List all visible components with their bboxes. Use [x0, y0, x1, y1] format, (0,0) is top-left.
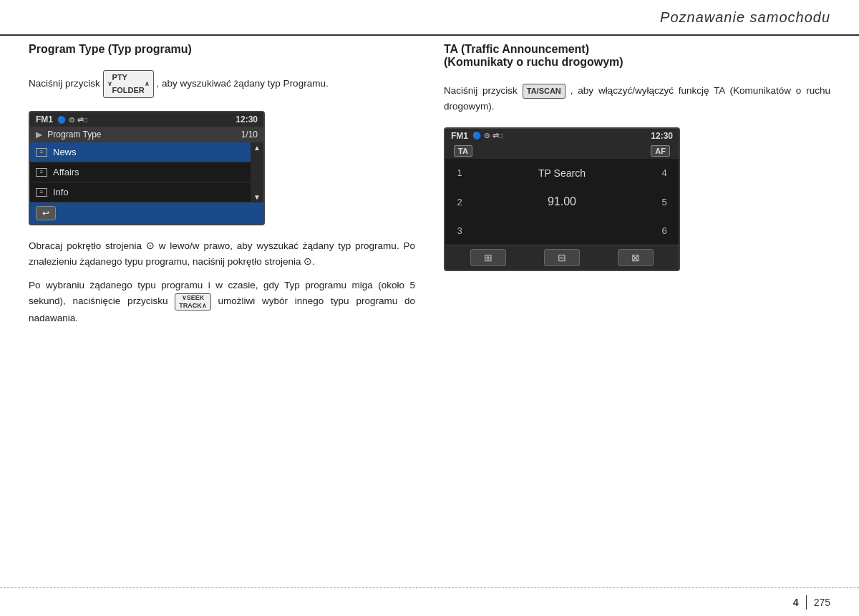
footer: 4 275	[0, 587, 859, 616]
left-section-title: Program Type (Typ programu)	[29, 43, 415, 56]
footer-page-number: 4 275	[793, 595, 830, 610]
screen-menu-title-bar: ▶ Program Type 1/10	[30, 127, 263, 142]
item-icon-news: ≡	[36, 148, 47, 157]
right-section-title: TA (Traffic Announcement) (Komunikaty o …	[444, 43, 830, 69]
screen-fm-right: FM1	[451, 131, 468, 141]
back-button[interactable]: ↩	[36, 206, 56, 220]
scroll-down-arrow[interactable]: ▼	[253, 193, 261, 201]
screen-menu-title: ▶ Program Type	[36, 129, 102, 140]
screen-fm-label: FM1	[36, 114, 53, 124]
screen-status-icons: 🔵 ⊙ ⇌□	[57, 116, 87, 124]
screen-back-bar: ↩	[30, 202, 263, 224]
ta-screen: FM1 🔵 ⊙ ⇌□ 12:30 TA AF 1	[444, 127, 680, 271]
screen-items-list: ≡ News ≡ Affairs ≡ Info	[30, 142, 263, 202]
screen-menu-count: 1/10	[241, 129, 258, 140]
screen-item-info[interactable]: ≡ Info	[30, 182, 263, 202]
screen-bottom-bar-right: ⊞ ⊟ ⊠	[445, 245, 679, 270]
footer-divider	[806, 595, 807, 610]
header-title: Poznawanie samochodu	[660, 9, 830, 26]
screen-time-right: 12:30	[651, 131, 673, 141]
left-para2: Obracaj pokrętło strojenia ⊙ w lewo/w pr…	[29, 238, 415, 269]
item-icon-info: ≡	[36, 188, 47, 197]
program-type-screen: FM1 🔵 ⊙ ⇌□ 12:30 ▶ Program Type 1/10	[29, 111, 265, 225]
content-area: Program Type (Typ programu) Naciśnij prz…	[29, 43, 830, 580]
right-para1: Naciśnij przycisk TA/SCAN , aby włączyć/…	[444, 83, 830, 114]
screen-items-wrapper: ≡ News ≡ Affairs ≡ Info ▲	[30, 142, 263, 202]
screen-main-right: 1 TP Search 4 2 91.00 5 3 6	[445, 159, 679, 245]
screen-header-right: FM1 🔵 ⊙ ⇌□ 12:30	[445, 129, 679, 143]
preset-num-2[interactable]: 2	[445, 187, 474, 217]
header: Poznawanie samochodu	[0, 0, 859, 36]
preset-num-4[interactable]: 4	[650, 159, 679, 187]
ta-scan-button[interactable]: TA/SCAN	[523, 84, 566, 99]
screen-item-affairs[interactable]: ≡ Affairs	[30, 162, 263, 182]
screen-item-news[interactable]: ≡ News	[30, 142, 263, 162]
screen-time-left: 12:30	[236, 114, 258, 124]
preset-num-1[interactable]: 1	[445, 159, 474, 187]
scroll-up-arrow[interactable]: ▲	[253, 144, 261, 152]
item-icon-affairs: ≡	[36, 168, 47, 177]
screen-ta-af-bar: TA AF	[445, 143, 679, 159]
pty-folder-button[interactable]: ∨PTYFOLDER∧	[103, 70, 154, 98]
scroll-bar[interactable]: ▲ ▼	[251, 142, 263, 202]
bottom-btn-1[interactable]: ⊞	[470, 249, 506, 266]
left-para3: Po wybraniu żądanego typu programu i w c…	[29, 278, 415, 326]
screen-status-icons-right: 🔵 ⊙ ⇌□	[472, 132, 503, 140]
right-column: TA (Traffic Announcement) (Komunikaty o …	[444, 43, 830, 580]
ta-badge: TA	[454, 145, 472, 157]
preset-num-5[interactable]: 5	[650, 187, 679, 217]
preset-num-3[interactable]: 3	[445, 217, 474, 245]
frequency-display: 91.00	[474, 187, 650, 217]
left-column: Program Type (Typ programu) Naciśnij prz…	[29, 43, 415, 580]
af-badge: AF	[651, 145, 670, 157]
left-para1: Naciśnij przycisk ∨PTYFOLDER∧ , aby wysz…	[29, 70, 415, 98]
preset-num-6[interactable]: 6	[650, 217, 679, 245]
bottom-btn-3[interactable]: ⊠	[618, 249, 654, 266]
bottom-btn-2[interactable]: ⊟	[544, 249, 580, 266]
seek-track-button[interactable]: ∨SEEK TRACK∧	[175, 293, 211, 311]
frequency-value: 91.00	[548, 195, 576, 208]
tp-search-text: TP Search	[474, 159, 650, 187]
screen-header-left: FM1 🔵 ⊙ ⇌□ 12:30	[30, 112, 263, 127]
